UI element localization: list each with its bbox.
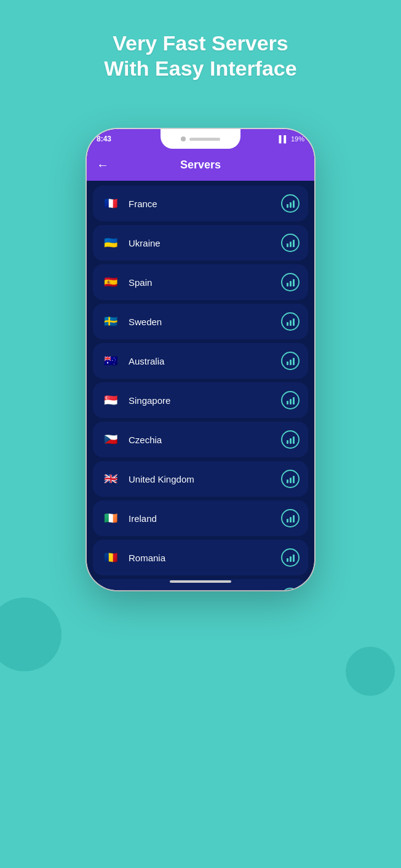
server-name-ireland: Ireland <box>129 513 281 524</box>
phone-screen: 8:43 ▌▌ 19% ← Servers 🇫🇷France🇺🇦Ukraine🇪… <box>87 129 314 590</box>
signal-icon-czechia <box>281 430 300 449</box>
flag-australia: 🇦🇺 <box>101 354 120 368</box>
flag-uk: 🇬🇧 <box>101 472 120 486</box>
status-bar: 8:43 ▌▌ 19% <box>87 129 314 149</box>
notch <box>161 129 240 149</box>
flag-ireland: 🇮🇪 <box>101 511 120 525</box>
server-item-uk[interactable]: 🇬🇧United Kingdom <box>93 461 308 497</box>
server-item-sweden[interactable]: 🇸🇪Sweden <box>93 304 308 339</box>
server-item-ireland[interactable]: 🇮🇪Ireland <box>93 500 308 536</box>
flag-spain: 🇪🇸 <box>101 275 120 289</box>
signal-icon-ireland <box>281 509 300 527</box>
server-item-czechia[interactable]: 🇨🇿Czechia <box>93 422 308 457</box>
server-list: 🇫🇷France🇺🇦Ukraine🇪🇸Spain🇸🇪Sweden🇦🇺Austra… <box>87 181 314 590</box>
server-item-romania[interactable]: 🇷🇴Romania <box>93 540 308 575</box>
flag-sweden: 🇸🇪 <box>101 315 120 328</box>
server-name-ukraine: Ukraine <box>129 238 281 248</box>
server-name-romania: Romania <box>129 553 281 563</box>
battery-text: 19% <box>291 135 304 143</box>
signal-icon-sweden <box>281 312 300 331</box>
server-name-uk: United Kingdom <box>129 474 281 484</box>
flag-czechia: 🇨🇿 <box>101 433 120 446</box>
signal-icon-ukraine <box>281 234 300 252</box>
flag-romania: 🇷🇴 <box>101 551 120 564</box>
flag-ukraine: 🇺🇦 <box>101 236 120 250</box>
server-item-france[interactable]: 🇫🇷France <box>93 186 308 221</box>
server-name-singapore: Singapore <box>129 395 281 406</box>
bubble-right <box>346 647 395 696</box>
app-header: ← Servers <box>87 149 314 181</box>
signal-icon-singapore <box>281 391 300 409</box>
server-name-czechia: Czechia <box>129 435 281 445</box>
server-item-ukraine[interactable]: 🇺🇦Ukraine <box>93 225 308 261</box>
server-item-singapore[interactable]: 🇸🇬Singapore <box>93 382 308 418</box>
signal-icon-romania <box>281 548 300 567</box>
home-indicator <box>170 580 231 583</box>
server-name-spain: Spain <box>129 277 281 288</box>
phone-frame: 8:43 ▌▌ 19% ← Servers 🇫🇷France🇺🇦Ukraine🇪… <box>87 129 314 590</box>
flag-france: 🇫🇷 <box>101 197 120 210</box>
signal-icon-france <box>281 194 300 213</box>
notch-camera <box>181 136 186 141</box>
server-name-sweden: Sweden <box>129 317 281 327</box>
status-time: 8:43 <box>97 135 111 143</box>
signal-icon-uk <box>281 470 300 488</box>
server-item-australia[interactable]: 🇦🇺Australia <box>93 343 308 379</box>
server-name-australia: Australia <box>129 356 281 366</box>
server-name-france: France <box>129 199 281 209</box>
flag-singapore: 🇸🇬 <box>101 393 120 407</box>
notch-speaker <box>189 138 220 141</box>
signal-icon-australia <box>281 352 300 370</box>
signal-text: ▌▌ <box>279 135 288 143</box>
back-button[interactable]: ← <box>97 158 109 172</box>
server-item-spain[interactable]: 🇪🇸Spain <box>93 264 308 300</box>
headline-line2: With Easy Interface <box>104 57 296 80</box>
headline: Very Fast Servers With Easy Interface <box>0 31 401 81</box>
headline-line1: Very Fast Servers <box>113 31 288 55</box>
header-title: Servers <box>180 159 221 172</box>
signal-icon-spain <box>281 273 300 291</box>
status-bar-right: ▌▌ 19% <box>279 135 304 143</box>
